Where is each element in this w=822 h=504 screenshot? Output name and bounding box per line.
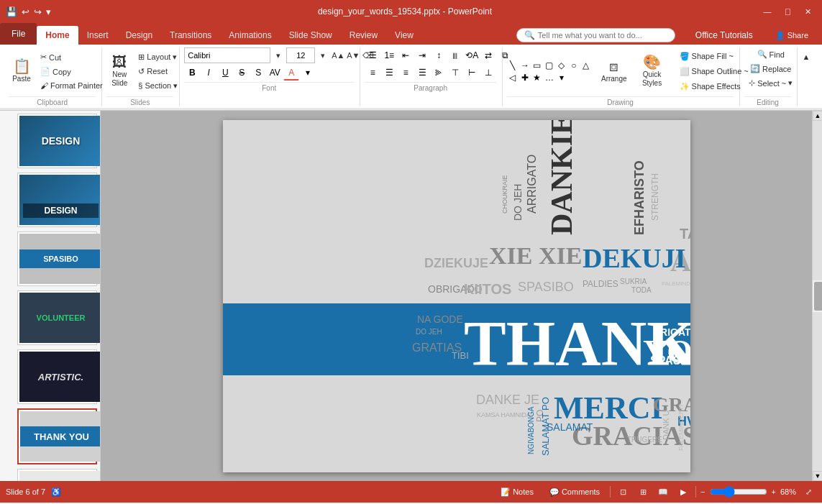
shape-dropdown[interactable]: ▾ bbox=[556, 72, 567, 83]
bullets-btn[interactable]: ☰ bbox=[365, 47, 380, 63]
cols-btn[interactable]: ⫼ bbox=[447, 47, 463, 63]
find-btn[interactable]: 🔍 Find bbox=[753, 47, 789, 61]
align-left-btn[interactable]: ≡ bbox=[365, 65, 380, 81]
view-slideshow-btn[interactable]: ▶ bbox=[675, 484, 691, 500]
shape-tri[interactable]: △ bbox=[580, 60, 592, 71]
line-spacing-btn[interactable]: ↕ bbox=[431, 47, 447, 63]
tab-design[interactable]: Design bbox=[117, 26, 161, 45]
collapse-ribbon-btn[interactable]: ▲ bbox=[799, 50, 813, 63]
fit-slide-btn[interactable]: ⤢ bbox=[800, 484, 816, 500]
quick-styles-btn[interactable]: 🎨 Quick Styles bbox=[634, 52, 671, 91]
font-color-btn[interactable]: A bbox=[283, 65, 299, 81]
section-icon: § bbox=[138, 81, 142, 90]
view-normal-btn[interactable]: ⊡ bbox=[615, 484, 631, 500]
indent-dec-btn[interactable]: ⇤ bbox=[398, 47, 414, 63]
zoom-out-btn[interactable]: − bbox=[700, 487, 705, 496]
shape-oval[interactable]: ○ bbox=[568, 60, 580, 71]
scroll-down-btn[interactable]: ▼ bbox=[813, 471, 822, 481]
align-mid-btn[interactable]: ⊢ bbox=[464, 65, 480, 81]
align-top-btn[interactable]: ⊤ bbox=[447, 65, 463, 81]
editing-group-content: 🔍 Find 🔄 Replace ⊹ Select ~ ▾ bbox=[744, 47, 797, 95]
shape-rect[interactable]: ▭ bbox=[531, 60, 543, 71]
shadow-btn[interactable]: S bbox=[250, 65, 266, 81]
scroll-up-btn[interactable]: ▲ bbox=[813, 111, 822, 121]
font-color-dropdown[interactable]: ▾ bbox=[300, 65, 316, 81]
tab-animations[interactable]: Animations bbox=[220, 26, 280, 45]
shape-diamond[interactable]: ◇ bbox=[556, 60, 567, 71]
slide-thumb-3[interactable]: SPASIBO bbox=[17, 232, 97, 286]
shape-arrow[interactable]: → bbox=[519, 60, 531, 71]
strikethrough-btn[interactable]: S bbox=[234, 65, 250, 81]
convert-btn[interactable]: ⇄ bbox=[480, 47, 496, 63]
tab-slideshow[interactable]: Slide Show bbox=[280, 26, 341, 45]
spacing-btn[interactable]: AV bbox=[267, 65, 283, 81]
shape-star[interactable]: ★ bbox=[531, 72, 543, 83]
scroll-thumb[interactable] bbox=[814, 282, 822, 311]
bold-btn[interactable]: B bbox=[184, 65, 200, 81]
replace-btn[interactable]: 🔄 Replace bbox=[746, 62, 795, 75]
text-direction-btn[interactable]: ⟲A bbox=[464, 47, 480, 63]
minimize-btn[interactable]: — bbox=[759, 4, 776, 19]
help-search-input[interactable] bbox=[538, 31, 667, 40]
font-size-dropdown[interactable]: ▾ bbox=[316, 49, 330, 62]
columns-btn[interactable]: ⫸ bbox=[431, 65, 447, 81]
align-center-btn[interactable]: ☰ bbox=[381, 65, 397, 81]
restore-btn[interactable]: ⎕ bbox=[779, 4, 796, 19]
section-btn[interactable]: § Section ▾ bbox=[134, 79, 182, 93]
word-trugere: TRUGERE bbox=[627, 436, 662, 444]
underline-btn[interactable]: U bbox=[217, 65, 233, 81]
increase-font-btn[interactable]: A▲ bbox=[331, 49, 345, 62]
view-reading-btn[interactable]: 📖 bbox=[655, 484, 671, 500]
font-name-input[interactable] bbox=[184, 47, 270, 63]
view-sorter-btn[interactable]: ⊞ bbox=[635, 484, 651, 500]
align-bot-btn[interactable]: ⊥ bbox=[480, 65, 496, 81]
justify-btn[interactable]: ☰ bbox=[414, 65, 430, 81]
slide-canvas[interactable]: CHOUKRAIE DO JEH ARRIGATO DANKIE EFHARIS… bbox=[223, 120, 690, 472]
slide-thumb-2[interactable]: DESIGN bbox=[17, 173, 97, 227]
undo-icon[interactable]: ↩ bbox=[22, 6, 29, 17]
cut-btn[interactable]: ✂ Cut bbox=[36, 50, 107, 64]
save-icon[interactable]: 💾 bbox=[6, 6, 17, 17]
share-btn[interactable]: 👤 Share bbox=[767, 28, 816, 43]
paste-btn[interactable]: 📋 Paste bbox=[9, 56, 35, 86]
arrange-btn[interactable]: ⧈ Arrange bbox=[598, 56, 631, 86]
layout-btn[interactable]: ⊞ Layout ▾ bbox=[134, 50, 182, 64]
shape-more[interactable]: … bbox=[544, 72, 555, 83]
zoom-slider[interactable] bbox=[710, 486, 767, 498]
font-dropdown-btn[interactable]: ▾ bbox=[271, 49, 286, 62]
slide-thumb-4[interactable]: VOLUNTEER bbox=[17, 290, 97, 345]
close-btn[interactable]: ✕ bbox=[799, 4, 816, 19]
tab-file[interactable]: File bbox=[0, 23, 37, 45]
notes-btn[interactable]: 📝 Notes bbox=[495, 486, 539, 498]
new-slide-btn[interactable]: 🖼 NewSlide bbox=[106, 52, 132, 91]
tab-transitions[interactable]: Transitions bbox=[161, 26, 220, 45]
copy-btn[interactable]: 📄 Copy bbox=[36, 65, 107, 78]
tab-review[interactable]: Review bbox=[341, 26, 386, 45]
tab-view[interactable]: View bbox=[386, 26, 422, 45]
shape-rtri[interactable]: ◁ bbox=[507, 72, 519, 83]
tab-home[interactable]: Home bbox=[37, 26, 78, 45]
select-btn[interactable]: ⊹ Select ~ ▾ bbox=[744, 76, 797, 90]
indent-inc-btn[interactable]: ⇥ bbox=[414, 47, 430, 63]
redo-icon[interactable]: ↪ bbox=[34, 6, 42, 17]
slide-thumb-7[interactable] bbox=[17, 469, 97, 481]
numbering-btn[interactable]: 1≡ bbox=[381, 47, 397, 63]
tab-insert[interactable]: Insert bbox=[78, 26, 117, 45]
reset-btn[interactable]: ↺ Reset bbox=[134, 65, 182, 78]
format-painter-btn[interactable]: 🖌 Format Painter bbox=[36, 79, 107, 92]
customize-icon[interactable]: ▾ bbox=[46, 6, 51, 17]
align-right-btn[interactable]: ≡ bbox=[398, 65, 414, 81]
help-search-box[interactable]: 🔍 bbox=[516, 28, 675, 42]
font-size-input[interactable] bbox=[286, 47, 315, 63]
comments-btn[interactable]: 💬 Comments bbox=[544, 486, 606, 498]
slide-thumb-6[interactable]: THANK YOU bbox=[17, 408, 97, 464]
slide-thumb-1[interactable]: DESIGN bbox=[17, 114, 97, 168]
shape-plus[interactable]: ✚ bbox=[519, 72, 531, 83]
tab-office-tutorials[interactable]: Office Tutorials bbox=[687, 26, 762, 45]
zoom-in-btn[interactable]: + bbox=[772, 487, 776, 496]
shape-line[interactable]: ╲ bbox=[507, 60, 519, 71]
slide-thumb-5[interactable]: ARTISTIC. bbox=[17, 349, 97, 404]
shape-rounded[interactable]: ▢ bbox=[544, 60, 555, 71]
italic-btn[interactable]: I bbox=[201, 65, 216, 81]
decrease-font-btn[interactable]: A▼ bbox=[346, 49, 360, 62]
